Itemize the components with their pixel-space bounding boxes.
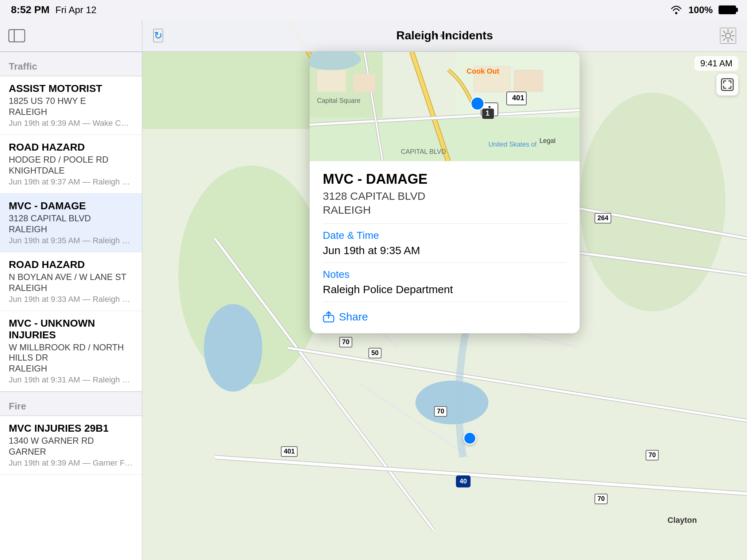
share-button[interactable]: Share [323, 311, 368, 323]
hw-badge-70-right: 70 [595, 494, 608, 504]
incident-title: MVC INJURIES 29B1 [9, 423, 133, 434]
popup-date-label: Date & Time [323, 230, 566, 241]
incident-title: ROAD HAZARD [9, 259, 133, 271]
map-nav-title: Raleigh Incidents [396, 29, 493, 42]
svg-rect-1 [9, 30, 25, 42]
hw-badge-40: 40 [456, 475, 471, 487]
incident-meta: Jun 19th at 9:39 AM — Garner Fire Depart… [9, 458, 133, 468]
popup-divider-1 [323, 223, 566, 224]
popup-notes-value: Raleigh Police Department [323, 283, 566, 296]
incident-city: RALEIGH [9, 224, 133, 234]
svg-point-0 [675, 12, 677, 14]
wifi-icon [670, 5, 683, 15]
popup-date-value: Jun 19th at 9:35 AM [323, 244, 566, 257]
map-marker-blue-3 [463, 432, 476, 445]
refresh-button[interactable]: ↻ [153, 29, 163, 42]
hw-badge-70-bottom: 70 [339, 337, 352, 347]
incident-city: RALEIGH [9, 363, 133, 374]
hw-badge-264: 264 [595, 213, 611, 223]
svg-text:Cook Out: Cook Out [467, 67, 499, 75]
status-bar: 8:52 PM Fri Apr 12 100% [0, 0, 747, 20]
incident-title: ASSIST MOTORIST [9, 83, 133, 94]
svg-text:CAPITAL BLVD: CAPITAL BLVD [401, 148, 446, 155]
incidents-list: Traffic ASSIST MOTORIST 1825 US 70 HWY E… [0, 52, 142, 560]
popup-map-thumbnail[interactable]: Cook Out Capital Square CAPITAL BLVD Uni… [310, 52, 580, 161]
incident-item-assist-motorist[interactable]: ASSIST MOTORIST 1825 US 70 HWY E RALEIGH… [0, 76, 142, 135]
hw-badge-50: 50 [368, 348, 382, 358]
incident-city: KNIGHTDALE [9, 166, 133, 176]
incident-meta: Jun 19th at 9:35 AM — Raleigh Police Dep… [9, 236, 133, 245]
incident-item-road-hazard-2[interactable]: ROAD HAZARD N BOYLAN AVE / W LANE ST RAL… [0, 252, 142, 311]
hw-badge-401-bottom: 401 [281, 446, 298, 457]
incident-meta: Jun 19th at 9:31 AM — Raleigh Police Dep… [9, 375, 133, 385]
svg-rect-42 [353, 74, 375, 92]
battery-percent: 100% [689, 4, 713, 16]
incident-title: MVC - UNKNOWN INJURIES [9, 318, 133, 341]
svg-point-3 [725, 33, 731, 38]
incident-item-road-hazard-1[interactable]: ROAD HAZARD HODGE RD / POOLE RD KNIGHTDA… [0, 135, 142, 194]
incident-address: N BOYLAN AVE / W LANE ST [9, 272, 133, 282]
incident-item-mvc-unknown[interactable]: MVC - UNKNOWN INJURIES W MILLBROOK RD / … [0, 311, 142, 392]
svg-point-9 [204, 304, 262, 392]
map-expand-button[interactable] [716, 74, 738, 96]
svg-text:Capital Square: Capital Square [317, 97, 360, 104]
popup-notes-label: Notes [323, 269, 566, 280]
incident-popup: Cook Out Capital Square CAPITAL BLVD Uni… [310, 52, 580, 333]
svg-text:United Skates of: United Skates of [488, 141, 537, 148]
sidebar-icon [8, 29, 25, 42]
sidebar-toggle-button[interactable] [7, 29, 26, 43]
popup-divider-2 [323, 262, 566, 263]
status-right: 100% [670, 4, 736, 16]
svg-point-54 [471, 97, 484, 110]
section-header-fire: Fire [0, 392, 142, 416]
incident-city: GARNER [9, 447, 133, 457]
status-date: Fri Apr 12 [55, 4, 97, 16]
app-container: Traffic ASSIST MOTORIST 1825 US 70 HWY E… [0, 20, 747, 560]
expand-icon [721, 78, 734, 91]
map-nav: ↻ Raleigh Incidents [142, 20, 747, 52]
popup-content: MVC - DAMAGE 3128 CAPITAL BLVD RALEIGH D… [310, 161, 580, 333]
right-panel: ↻ Raleigh Incidents [142, 20, 747, 560]
svg-point-10 [415, 381, 488, 424]
popup-divider-3 [323, 302, 566, 302]
share-label: Share [339, 311, 368, 323]
incident-address: 3128 CAPITAL BLVD [9, 213, 133, 223]
popup-thumbnail-map: Cook Out Capital Square CAPITAL BLVD Uni… [310, 52, 580, 161]
incident-item-mvc-injuries[interactable]: MVC INJURIES 29B1 1340 W GARNER RD GARNE… [0, 416, 142, 475]
status-time: 8:52 PM [11, 4, 50, 16]
section-header-traffic: Traffic [0, 52, 142, 76]
left-panel: Traffic ASSIST MOTORIST 1825 US 70 HWY E… [0, 20, 142, 560]
popup-incident-title: MVC - DAMAGE [323, 171, 566, 187]
gear-icon [721, 28, 735, 43]
share-icon [323, 311, 334, 323]
svg-point-8 [580, 93, 725, 311]
svg-rect-44 [514, 70, 543, 92]
incident-meta: Jun 19th at 9:33 AM — Raleigh Police Dep… [9, 295, 133, 304]
hw-badge-70-garner: 70 [434, 406, 447, 417]
map-time-badge: 9:41 AM [694, 56, 738, 71]
hw-badge-70-far-right: 70 [646, 450, 659, 460]
incident-meta: Jun 19th at 9:39 AM — Wake County Sherif… [9, 118, 133, 128]
incident-address: 1340 W GARNER RD [9, 436, 133, 446]
popup-incident-address: 3128 CAPITAL BLVD [323, 190, 566, 202]
svg-text:401: 401 [512, 94, 524, 102]
popup-incident-city: RALEIGH [323, 204, 566, 216]
svg-text:1: 1 [485, 109, 489, 117]
left-nav [0, 20, 142, 52]
svg-text:Legal: Legal [539, 137, 556, 144]
incident-city: RALEIGH [9, 283, 133, 293]
incident-title: MVC - DAMAGE [9, 200, 133, 212]
map-label-clayton: Clayton [667, 516, 697, 525]
incident-city: RALEIGH [9, 107, 133, 117]
battery-icon [719, 5, 736, 14]
incident-address: HODGE RD / POOLE RD [9, 155, 133, 165]
incident-item-mvc-damage[interactable]: MVC - DAMAGE 3128 CAPITAL BLVD RALEIGH J… [0, 194, 142, 252]
settings-button[interactable] [720, 28, 736, 44]
incident-title: ROAD HAZARD [9, 141, 133, 153]
incident-address: 1825 US 70 HWY E [9, 96, 133, 106]
svg-rect-41 [317, 70, 346, 92]
incident-address: W MILLBROOK RD / NORTH HILLS DR [9, 342, 133, 363]
incident-meta: Jun 19th at 9:37 AM — Raleigh Police Dep… [9, 177, 133, 187]
svg-rect-30 [721, 79, 733, 90]
